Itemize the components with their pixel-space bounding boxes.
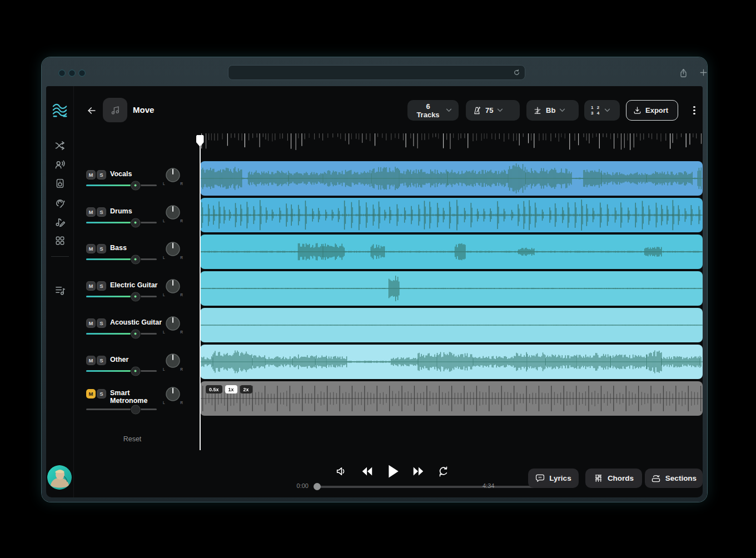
- pan-knob[interactable]: LR: [163, 316, 183, 338]
- fast-forward-button[interactable]: [412, 466, 424, 476]
- more-options-button[interactable]: [687, 100, 702, 121]
- track-name: Drums: [110, 208, 168, 216]
- pan-knob[interactable]: LR: [163, 386, 183, 408]
- track-name: Bass: [110, 245, 168, 252]
- bpm-dropdown[interactable]: 75: [466, 100, 520, 121]
- time-signature-value: 1 2 3 4: [591, 105, 600, 116]
- export-button[interactable]: Export: [626, 100, 678, 121]
- waveform-canvas: [200, 198, 703, 232]
- volume-slider[interactable]: [86, 222, 157, 223]
- volume-thumb[interactable]: [131, 405, 140, 414]
- chords-icon: [594, 474, 603, 483]
- waveform-track-drums[interactable]: [200, 198, 703, 232]
- mixer-row-vocals: MSVocalsLR: [46, 168, 200, 203]
- share-icon[interactable]: [679, 68, 688, 80]
- solo-button[interactable]: S: [97, 356, 106, 365]
- volume-slider[interactable]: [86, 185, 157, 186]
- new-tab-icon[interactable]: [699, 68, 708, 79]
- solo-button[interactable]: S: [97, 170, 106, 180]
- seek-thumb[interactable]: [314, 483, 321, 490]
- key-dropdown[interactable]: Bb: [526, 100, 579, 121]
- solo-button[interactable]: S: [97, 244, 106, 253]
- volume-thumb[interactable]: [131, 181, 140, 190]
- solo-button[interactable]: S: [97, 389, 106, 398]
- speed-option-1x[interactable]: 1x: [225, 385, 237, 393]
- mute-button[interactable]: M: [86, 207, 96, 217]
- solo-button[interactable]: S: [97, 207, 106, 217]
- app-window: Move 6 Tracks 75: [46, 86, 703, 497]
- speed-option-2x[interactable]: 2x: [240, 385, 252, 393]
- moises-logo[interactable]: [52, 103, 68, 118]
- pan-knob[interactable]: LR: [163, 278, 183, 301]
- loop-button[interactable]: [437, 466, 449, 477]
- time-signature-dropdown[interactable]: 1 2 3 4: [584, 100, 620, 121]
- volume-thumb[interactable]: [131, 255, 140, 264]
- waveform-canvas: [200, 381, 703, 416]
- timeline-ruler[interactable]: [200, 133, 703, 155]
- mixer-row-electric-guitar: MSElectric GuitarLR: [46, 280, 200, 314]
- waveform-track-electric-guitar[interactable]: [200, 271, 703, 306]
- volume-thumb[interactable]: [131, 366, 140, 376]
- solo-button[interactable]: S: [97, 281, 106, 291]
- waveform-track-acoustic-guitar[interactable]: [200, 308, 703, 342]
- user-avatar[interactable]: [47, 465, 72, 490]
- browser-chrome: [42, 57, 707, 86]
- track-name: Acoustic Guitar: [110, 319, 168, 327]
- music-note-icon: [110, 105, 120, 115]
- lyrics-label: Lyrics: [549, 474, 571, 482]
- rewind-button[interactable]: [361, 466, 373, 476]
- mute-button[interactable]: M: [86, 244, 96, 253]
- download-icon: [633, 106, 641, 114]
- mute-button[interactable]: M: [86, 318, 96, 328]
- mute-button[interactable]: M: [86, 356, 96, 365]
- url-bar[interactable]: [228, 65, 525, 80]
- track-name: Smart Metronome: [110, 390, 168, 405]
- pan-knob[interactable]: LR: [163, 241, 183, 263]
- volume-slider[interactable]: [86, 258, 157, 260]
- total-time: 4:34: [483, 482, 516, 489]
- waveform-track-smart-metronome[interactable]: 0.5x1x2x: [200, 381, 703, 416]
- zoom-window-button[interactable]: [78, 69, 86, 77]
- close-window-button[interactable]: [58, 69, 66, 77]
- playhead-line: [200, 146, 201, 450]
- volume-slider[interactable]: [86, 333, 157, 335]
- sidebar-item-split-tracks[interactable]: [54, 141, 65, 151]
- waveform-track-other[interactable]: [200, 345, 703, 379]
- back-button[interactable]: [83, 104, 101, 117]
- chords-button[interactable]: Chords: [585, 469, 642, 488]
- mute-button[interactable]: M: [86, 389, 96, 398]
- volume-slider[interactable]: [86, 408, 157, 410]
- waveform-track-bass[interactable]: [200, 235, 703, 269]
- speed-option-0.5x[interactable]: 0.5x: [206, 385, 222, 393]
- traffic-lights: [58, 69, 86, 77]
- volume-slider[interactable]: [86, 296, 157, 297]
- volume-fill: [86, 222, 136, 223]
- volume-fill: [86, 258, 136, 260]
- play-button[interactable]: [387, 464, 400, 479]
- volume-button[interactable]: [335, 465, 347, 477]
- reload-icon[interactable]: [513, 69, 520, 76]
- chords-label: Chords: [608, 474, 634, 482]
- volume-thumb[interactable]: [131, 329, 140, 338]
- waveform-track-vocals[interactable]: [200, 161, 703, 196]
- waveform-canvas: [200, 345, 703, 379]
- tracks-dropdown[interactable]: 6 Tracks: [407, 100, 459, 121]
- mute-button[interactable]: M: [86, 281, 96, 291]
- pan-knob[interactable]: LR: [163, 205, 183, 227]
- sections-button[interactable]: Sections: [645, 469, 703, 488]
- mute-button[interactable]: M: [86, 170, 96, 180]
- lyrics-button[interactable]: Lyrics: [528, 469, 579, 488]
- desktop-background: Move 6 Tracks 75: [0, 0, 756, 558]
- pan-knob[interactable]: LR: [163, 167, 183, 190]
- minimize-window-button[interactable]: [68, 69, 76, 77]
- volume-slider[interactable]: [86, 370, 157, 372]
- waveform-canvas: [200, 235, 703, 269]
- volume-fill: [86, 296, 136, 297]
- reset-button[interactable]: Reset: [116, 435, 149, 444]
- mixer-row-bass: MSBassLR: [46, 242, 200, 277]
- volume-fill: [86, 185, 136, 186]
- volume-thumb[interactable]: [131, 292, 140, 301]
- solo-button[interactable]: S: [97, 318, 106, 328]
- pan-knob[interactable]: LR: [163, 353, 183, 375]
- volume-thumb[interactable]: [131, 218, 140, 227]
